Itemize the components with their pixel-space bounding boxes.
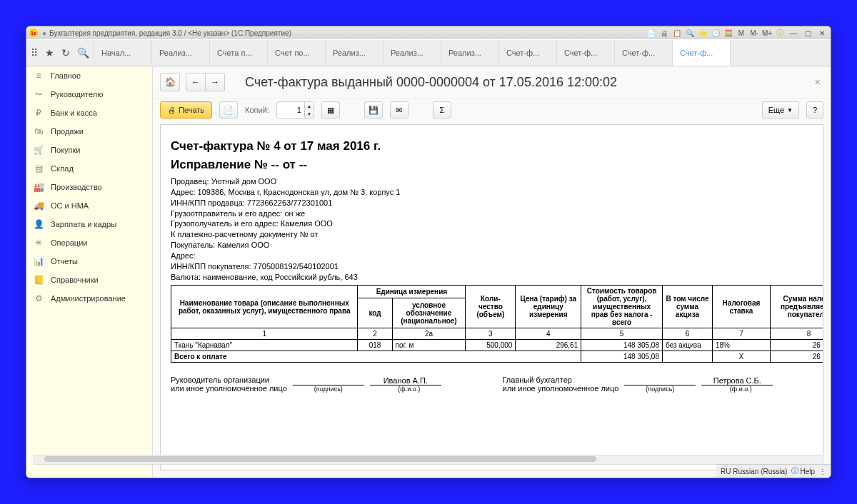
apps-icon[interactable]: ⠿ [31, 47, 38, 59]
table-row: Ткань "Карнавал" 018 пог. м 500,000 296,… [171, 340, 824, 351]
nav-warehouse[interactable]: ▤Склад [26, 159, 152, 178]
menu-icon: ≡ [34, 71, 44, 81]
cart-icon: 🛒 [34, 145, 44, 155]
tab-sf-1[interactable]: Счет-ф... [498, 40, 556, 66]
nav-production[interactable]: 🏭Производство [26, 178, 152, 196]
seller: Продавец: Уютный дом ООО [171, 176, 813, 187]
tab-start[interactable]: Начал... [94, 40, 151, 66]
buyer-inn: ИНН/КПП покупателя: 7705008192/540102001 [171, 261, 813, 272]
table-total-row: Всего к оплате 148 305,08 Х 26 694,92 [171, 351, 824, 363]
consignee: Грузополучатель и его адрес: Камелия ООО [171, 218, 813, 229]
nav-reports[interactable]: 📊Отчеты [26, 252, 152, 271]
resize-grip[interactable]: ⋮ [819, 468, 826, 475]
nav-operations[interactable]: ✳Операции [26, 233, 152, 252]
back-button[interactable]: ← [186, 73, 206, 91]
paydoc: К платежно-расчетному документу № от [171, 229, 813, 240]
copies-input[interactable] [277, 106, 304, 114]
reports-icon: 📊 [34, 256, 44, 266]
export-button[interactable]: ▦ [321, 101, 340, 119]
tb-m-plus[interactable]: M+ [762, 28, 772, 38]
spinner-down[interactable]: ▼ [305, 110, 314, 118]
tab-sf-active[interactable]: Счет-ф... [672, 40, 731, 66]
currency: Валюта: наименование, код Российский руб… [171, 272, 813, 283]
history-icon[interactable]: ↻ [61, 47, 70, 59]
page-title: Счет-фактура выданный 0000-0000004 от 17… [245, 75, 617, 90]
nav-bank[interactable]: ₽Банк и касса [26, 104, 152, 122]
logo-1c: 1c [29, 29, 38, 37]
person-icon: 👤 [34, 219, 44, 229]
more-button[interactable]: Еще▼ [762, 101, 799, 119]
nav-directories[interactable]: 📒Справочники [26, 271, 152, 289]
tab-sf-3[interactable]: Счет-ф... [614, 40, 672, 66]
warehouse-icon: ▤ [34, 163, 44, 173]
copies-spinner[interactable]: ▲▼ [276, 101, 314, 119]
horizontal-scrollbar[interactable] [153, 455, 823, 465]
tab-realiz-1[interactable]: Реализ... [151, 40, 209, 66]
app-title: Бухгалтерия предприятия, редакция 3.0 / … [49, 29, 291, 37]
titlebar: 1c ● Бухгалтерия предприятия, редакция 3… [26, 26, 831, 39]
chevron-down-icon: ▼ [787, 107, 793, 114]
invoice-title: Счет-фактура № 4 от 17 мая 2016 г. [171, 139, 813, 153]
document-area[interactable]: Счет-фактура № 4 от 17 мая 2016 г. Испра… [160, 124, 823, 470]
home-button[interactable]: 🏠 [160, 73, 180, 91]
print-button[interactable]: 🖨Печать [160, 101, 212, 119]
nav-sales[interactable]: 🛍Продажи [26, 122, 152, 141]
help-button[interactable]: ? [806, 101, 823, 119]
head-label: Руководитель организации или иное уполно… [171, 376, 287, 393]
seller-inn: ИНН/КПП продавца: 7723662263/772301001 [171, 198, 813, 208]
tb-icon[interactable]: 📄 [646, 28, 656, 38]
printer-icon: 🖨 [168, 106, 176, 114]
operations-icon: ✳ [34, 238, 44, 248]
nav-manager[interactable]: 〜Руководителю [26, 85, 152, 104]
tab-realiz-3[interactable]: Реализ... [383, 40, 441, 66]
tb-icon[interactable]: 📋 [672, 28, 682, 38]
bag-icon: 🛍 [34, 126, 44, 136]
lang-indicator[interactable]: RU Russian (Russia) [721, 468, 787, 475]
tb-m-minus[interactable]: M- [749, 28, 759, 38]
statusbar: RU Russian (Russia) ⓘHelp ⋮ [716, 464, 831, 478]
tab-schet-po[interactable]: Счет по... [267, 40, 325, 66]
fwd-button[interactable]: → [206, 73, 225, 91]
sum-button[interactable]: Σ [433, 101, 451, 119]
spinner-up[interactable]: ▲ [305, 102, 314, 110]
tab-realiz-4[interactable]: Реализ... [441, 40, 498, 66]
copies-label: Копий: [245, 106, 269, 114]
buyer: Покупатель: Камелия ООО [171, 240, 813, 251]
sidebar: ≡Главное 〜Руководителю ₽Банк и касса 🛍Пр… [26, 66, 153, 478]
nav-main[interactable]: ≡Главное [26, 66, 152, 85]
invoice-table: Наименование товара (описание выполненны… [171, 285, 823, 363]
gear-icon: ⚙ [34, 293, 44, 303]
tb-icon[interactable]: 🔍 [685, 28, 695, 38]
mail-button[interactable]: ✉ [390, 101, 409, 119]
tb-icon[interactable]: ⭐ [698, 28, 708, 38]
tb-icon[interactable]: 🖨 [659, 28, 669, 38]
info-icon[interactable]: ⓘ [775, 28, 785, 38]
close-tab-button[interactable]: × [812, 74, 823, 91]
tb-icon[interactable]: 🧮 [723, 28, 733, 38]
acc-label: Главный бухгалтер или иное уполномоченно… [503, 376, 619, 393]
book-icon: 📒 [34, 275, 44, 285]
chart-icon: 〜 [34, 89, 44, 101]
correction-title: Исправление № -- от -- [171, 158, 813, 172]
nav-admin[interactable]: ⚙Администрирование [26, 289, 152, 308]
nav-purchases[interactable]: 🛒Покупки [26, 141, 152, 159]
save-button[interactable]: 💾 [364, 101, 383, 119]
search-icon[interactable]: 🔍 [77, 47, 89, 59]
close-button[interactable]: ✕ [816, 28, 828, 38]
nav-assets[interactable]: 🚚ОС и НМА [26, 196, 152, 215]
tab-scheta-p[interactable]: Счета п... [209, 40, 267, 66]
tab-sf-2[interactable]: Счет-ф... [556, 40, 614, 66]
maximize-button[interactable]: ▢ [802, 28, 813, 38]
tab-realiz-2[interactable]: Реализ... [325, 40, 383, 66]
star-icon[interactable]: ★ [45, 47, 54, 59]
minimize-button[interactable]: — [788, 28, 799, 38]
preview-button[interactable]: 📄 [219, 101, 238, 119]
truck-icon: 🚚 [34, 201, 44, 211]
nav-hr[interactable]: 👤Зарплата и кадры [26, 215, 152, 233]
shipper: Грузоотправитель и его адрес: он же [171, 208, 813, 219]
tb-m[interactable]: M [736, 28, 746, 38]
tb-icon[interactable]: 🕒 [711, 28, 721, 38]
ruble-icon: ₽ [34, 108, 44, 118]
help-link[interactable]: ⓘHelp [791, 466, 815, 476]
main-toolbar: ⠿ ★ ↻ 🔍 Начал... Реализ... Счета п... Сч… [26, 39, 831, 66]
